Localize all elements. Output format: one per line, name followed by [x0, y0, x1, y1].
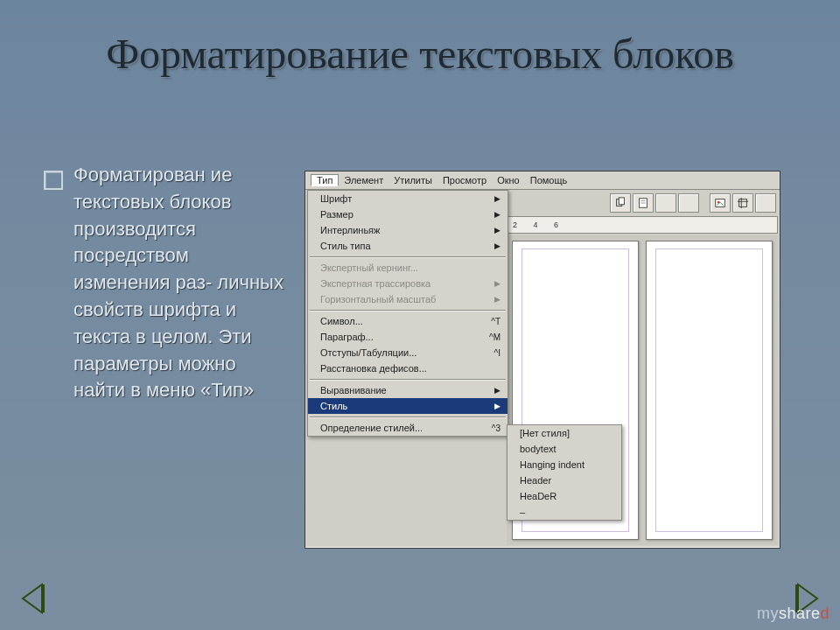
type-menu-dropdown: Шрифт▶Размер▶Интерлиньяж▶Стиль типа▶Эксп… — [307, 190, 508, 437]
style-option--Нет-стиля-[interactable]: [Нет стиля] — [508, 425, 621, 441]
menu-item-Горизонтальный-масштаб: Горизонтальный масштаб▶ — [308, 291, 508, 307]
menu-item-Расстановка-дефисов-[interactable]: Расстановка дефисов... — [308, 360, 508, 376]
app-area: 2 4 6 Шрифт▶Размер▶Интерлиньяж▶Стиль тип… — [305, 190, 780, 547]
toolbar-button-copy-icon[interactable] — [610, 193, 631, 213]
menu-item-Экспертная-трассировка: Экспертная трассировка▶ — [308, 276, 508, 291]
toolbar-button-blank3-icon[interactable] — [755, 193, 776, 213]
bullet-row: Форматирован ие текстовых блоков произво… — [44, 162, 289, 404]
menu-item-Отступы-Табуляции-[interactable]: Отступы/Табуляции...^I — [308, 345, 508, 360]
embedded-screenshot: ТипЭлементУтилитыПросмотрОкноПомощь 2 4 … — [304, 171, 780, 549]
page-right[interactable] — [646, 241, 773, 540]
toolbar-spacer — [701, 193, 708, 213]
slide-title: Форматирование текстовых блоков — [0, 30, 840, 78]
menu-item-Символ-[interactable]: Символ...^T — [308, 313, 508, 329]
menu-item-Выравнивание[interactable]: Выравнивание▶ — [308, 382, 508, 398]
menu-item-Шрифт[interactable]: Шрифт▶ — [308, 191, 508, 206]
svg-rect-5 — [716, 200, 725, 207]
menu-separator — [310, 310, 506, 311]
watermark-my: my — [757, 605, 779, 623]
menu-separator — [310, 379, 506, 380]
menu-item-Стиль[interactable]: Стиль▶ — [308, 398, 508, 414]
menu-Окно[interactable]: Окно — [492, 175, 525, 186]
toolbar-button-crop-icon[interactable] — [732, 193, 753, 213]
style-option-Header[interactable]: Header — [508, 472, 621, 488]
menu-separator — [310, 416, 506, 417]
menu-Просмотр[interactable]: Просмотр — [438, 175, 492, 186]
menu-item-Определение-стилей-[interactable]: Определение стилей...^3 — [308, 420, 508, 436]
menu-Помощь[interactable]: Помощь — [525, 175, 573, 186]
bullet-icon — [44, 171, 63, 190]
menu-separator — [310, 256, 506, 257]
watermark-share: share — [779, 605, 821, 623]
menu-item-Размер[interactable]: Размер▶ — [308, 206, 508, 222]
menu-Утилиты[interactable]: Утилиты — [388, 175, 438, 186]
menu-item-Экспертный-кернинг-: Экспертный кернинг... — [308, 260, 508, 276]
toolbar-button-blank2-icon[interactable] — [678, 193, 699, 213]
style-option-Hanging-indent[interactable]: Hanging indent — [508, 457, 621, 472]
body-text: Форматирован ие текстовых блоков произво… — [74, 162, 289, 404]
slide: Форматирование текстовых блоков Форматир… — [0, 0, 840, 630]
menu-Тип[interactable]: Тип — [311, 174, 339, 186]
menu-Элемент[interactable]: Элемент — [339, 175, 388, 186]
body-column: Форматирован ие текстовых блоков произво… — [44, 162, 289, 404]
prev-slide-button[interactable] — [16, 579, 54, 618]
menu-item-Параграф-[interactable]: Параграф...^M — [308, 329, 508, 345]
style-option--[interactable]: – — [508, 504, 621, 520]
style-submenu: [Нет стиля]bodytextHanging indentHeaderH… — [507, 424, 622, 521]
svg-rect-7 — [739, 200, 747, 207]
toolbar-button-page-icon[interactable] — [633, 193, 654, 213]
toolbar — [610, 193, 776, 213]
svg-rect-1 — [619, 198, 624, 205]
horizontal-ruler: 2 4 6 — [507, 216, 778, 234]
menu-bar: ТипЭлементУтилитыПросмотрОкноПомощь — [305, 172, 780, 190]
watermark-red: d — [820, 605, 830, 623]
style-option-bodytext[interactable]: bodytext — [508, 441, 621, 457]
style-option-HeaDeR[interactable]: HeaDeR — [508, 488, 621, 504]
menu-item-Стиль-типа[interactable]: Стиль типа▶ — [308, 238, 508, 254]
svg-marker-10 — [23, 584, 42, 612]
menu-item-Интерлиньяж[interactable]: Интерлиньяж▶ — [308, 222, 508, 238]
toolbar-button-image-icon[interactable] — [710, 193, 731, 213]
toolbar-button-blank-icon[interactable] — [655, 193, 676, 213]
watermark: myshared — [757, 605, 830, 623]
